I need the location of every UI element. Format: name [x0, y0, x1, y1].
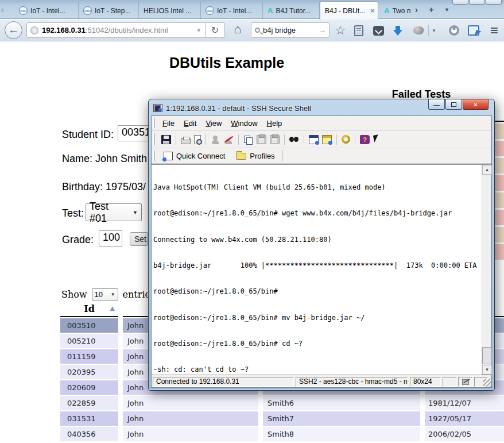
disconnect-icon[interactable]: [224, 135, 234, 144]
paste-icon[interactable]: [257, 135, 266, 144]
tab-list-caret-icon[interactable]: ▾: [445, 6, 448, 13]
id-header-label: Id: [84, 303, 95, 314]
cell-last: Smith6: [263, 396, 420, 410]
tab-iot-step[interactable]: intel IoT - Step...: [79, 2, 139, 19]
column-header-id[interactable]: Id ▲: [60, 303, 118, 317]
menu-help[interactable]: Help: [262, 117, 287, 130]
tab-iot-intel-2[interactable]: intel IoT - Intel...: [201, 2, 263, 19]
tab-b4j-tutorial[interactable]: A B4J Tutor...: [263, 2, 320, 19]
scrollbar-thumb[interactable]: [482, 347, 492, 364]
extension-button[interactable]: [411, 23, 426, 38]
print-preview-icon[interactable]: [194, 135, 201, 144]
bookmark-button[interactable]: ☆: [333, 23, 348, 38]
tab-scroll-right-icon[interactable]: ›: [415, 5, 418, 14]
profiles-button[interactable]: Profiles: [232, 151, 280, 161]
menu-file[interactable]: File: [158, 117, 179, 130]
window-minimize-button[interactable]: [452, 0, 468, 5]
grade-label: Grade:: [62, 234, 94, 246]
resize-grip[interactable]: [483, 379, 491, 387]
ssh-title-bar[interactable]: 1:192.168.0.31 - default - SSH Secure Sh…: [153, 103, 311, 113]
search-input[interactable]: [263, 26, 316, 34]
downloads-button[interactable]: [390, 23, 405, 38]
pocket-icon: [373, 26, 384, 36]
url-bar[interactable]: 192.168.0.31:51042/dbutils/index.html ▼: [26, 22, 206, 38]
status-connected: Connected to 192.168.0.31: [153, 377, 294, 387]
tab-iot-intel-1[interactable]: intel IoT - Intel...: [14, 2, 79, 19]
scroll-up-icon[interactable]: ▲: [482, 165, 492, 175]
ssh-minimize-button[interactable]: —: [428, 99, 445, 110]
tab-close-icon[interactable]: ×: [370, 6, 375, 15]
pocket-button[interactable]: [371, 23, 386, 38]
ssh-window-body: File Edit View Window Help: [151, 115, 492, 388]
set-grade-label: Set G: [134, 234, 148, 244]
chat-button[interactable]: [447, 23, 462, 38]
tab-b4j-dbutils-active[interactable]: B4J - DBUt... ×: [320, 1, 378, 20]
terminal-area[interactable]: Java HotSpot(TM) Client VM (build 25.65-…: [152, 164, 491, 375]
search-bar[interactable]: →: [251, 22, 329, 38]
table-row[interactable]: 040356 John Smith8 2006/02/05: [60, 427, 504, 441]
reload-button[interactable]: ↻: [206, 22, 225, 38]
reading-list-button[interactable]: [351, 23, 366, 38]
table-row[interactable]: 031531 John Smith7 1927/05/17: [60, 411, 504, 426]
save-icon[interactable]: [161, 135, 171, 144]
menu-button[interactable]: ≡: [487, 23, 502, 38]
tab-scroll-left-icon[interactable]: ‹: [1, 5, 4, 14]
toolbar-grip[interactable]: [153, 118, 155, 129]
help-book-icon[interactable]: ?: [360, 135, 370, 144]
print-icon[interactable]: [181, 138, 191, 144]
page-size-select[interactable]: 10 ▼: [92, 288, 118, 301]
ssh-window-title: 1:192.168.0.31 - default - SSH Secure Sh…: [166, 104, 311, 113]
test-select[interactable]: Test #01 ▼: [86, 203, 142, 221]
table-row[interactable]: 022859 John Smith6 1981/12/07: [60, 396, 504, 410]
cell-id: 020395: [60, 365, 118, 379]
paste-append-icon[interactable]: [270, 135, 280, 144]
scroll-down-icon[interactable]: ▼: [482, 365, 492, 375]
ssh-quick-bar: Quick Connect Profiles: [152, 148, 491, 164]
copy-icon[interactable]: [243, 135, 253, 144]
browser-tab-bar: ‹ intel IoT - Intel... intel IoT - Step.…: [0, 0, 504, 19]
url-dropdown-icon[interactable]: ▼: [196, 28, 201, 33]
window-close-button[interactable]: [486, 0, 502, 5]
ssh-close-button[interactable]: ×: [463, 99, 489, 110]
toolbar-grip[interactable]: [153, 133, 155, 145]
tab-two[interactable]: A Two n: [379, 2, 413, 19]
grade-field[interactable]: 100: [99, 230, 122, 247]
quick-connect-icon: [164, 152, 173, 160]
quick-connect-button[interactable]: Quick Connect: [160, 151, 230, 161]
minimize-icon: —: [433, 101, 440, 108]
new-tab-button[interactable]: +: [429, 5, 434, 14]
toolbar-grip[interactable]: [153, 151, 155, 161]
pointer-tool-button[interactable]: [466, 23, 481, 38]
terminal-line: root@edison:~/jre1.8.0_65/bin# cd ~?: [153, 340, 480, 348]
search-go-icon[interactable]: →: [319, 26, 326, 34]
maximize-icon: [451, 102, 456, 107]
new-terminal-window-icon[interactable]: [309, 135, 319, 144]
ssh-window[interactable]: 1:192.168.0.31 - default - SSH Secure Sh…: [148, 99, 495, 391]
set-grade-button[interactable]: Set G: [130, 232, 148, 246]
clipboard-icon: [354, 25, 363, 36]
new-file-transfer-icon[interactable]: [322, 135, 332, 144]
page-title: DBUtils Example: [0, 55, 453, 71]
window-maximize-button[interactable]: [469, 0, 485, 5]
profiles-folder-icon: [236, 153, 246, 160]
settings-icon[interactable]: [342, 135, 350, 144]
home-button[interactable]: ⌂: [230, 22, 246, 38]
terminal-scrollbar[interactable]: ▲ ▼: [482, 165, 491, 375]
find-icon[interactable]: [289, 135, 299, 144]
close-icon: ×: [474, 101, 477, 108]
sort-ascending-icon: ▲: [110, 305, 115, 312]
terminal-text: Java HotSpot(TM) Client VM (build 25.65-…: [153, 166, 480, 375]
menu-view[interactable]: View: [201, 117, 226, 130]
tab-helios[interactable]: HELIOS Intel ...: [139, 2, 201, 19]
menu-edit[interactable]: Edit: [179, 117, 201, 130]
url-host: 192.168.0.31: [42, 26, 86, 34]
status-icon: [462, 379, 469, 385]
connect-icon[interactable]: [211, 135, 220, 144]
context-help-icon[interactable]: [373, 135, 383, 144]
cell-birthday: 1981/12/07: [425, 396, 504, 410]
menu-window[interactable]: Window: [226, 117, 262, 130]
ssh-maximize-button[interactable]: [445, 99, 462, 110]
browser-nav-bar: ← 192.168.0.31:51042/dbutils/index.html …: [0, 20, 504, 41]
extension-caret-button[interactable]: ▾: [429, 23, 439, 38]
back-button[interactable]: ←: [5, 21, 22, 39]
